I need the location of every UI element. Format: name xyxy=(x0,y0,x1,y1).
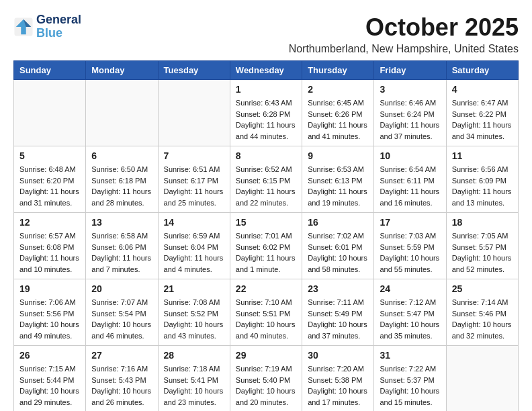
calendar-cell-w5-d2: 28Sunrise: 7:18 AM Sunset: 5:41 PM Dayli… xyxy=(158,346,230,412)
day-number: 29 xyxy=(236,350,296,361)
day-number: 27 xyxy=(91,350,152,361)
day-number: 26 xyxy=(19,350,80,361)
day-info: Sunrise: 7:11 AM Sunset: 5:49 PM Dayligh… xyxy=(308,297,368,341)
day-number: 6 xyxy=(91,150,152,161)
week-row-4: 19Sunrise: 7:06 AM Sunset: 5:56 PM Dayli… xyxy=(14,279,519,346)
day-info: Sunrise: 7:12 AM Sunset: 5:47 PM Dayligh… xyxy=(380,297,440,341)
calendar-cell-w2-d3: 8Sunrise: 6:52 AM Sunset: 6:15 PM Daylig… xyxy=(230,146,302,213)
calendar-cell-w3-d5: 17Sunrise: 7:03 AM Sunset: 5:59 PM Dayli… xyxy=(374,213,446,279)
day-number: 18 xyxy=(452,217,513,228)
header-thursday: Thursday xyxy=(302,61,374,80)
day-number: 11 xyxy=(452,150,513,161)
day-number: 30 xyxy=(308,350,368,361)
calendar-cell-w5-d6 xyxy=(446,346,518,412)
day-number: 25 xyxy=(452,283,513,294)
header-wednesday: Wednesday xyxy=(230,61,302,80)
calendar-cell-w1-d6: 4Sunrise: 6:47 AM Sunset: 6:22 PM Daylig… xyxy=(446,80,518,146)
day-number: 4 xyxy=(452,84,513,95)
day-number: 12 xyxy=(19,217,80,228)
day-info: Sunrise: 6:57 AM Sunset: 6:08 PM Dayligh… xyxy=(19,230,80,275)
header-monday: Monday xyxy=(86,61,158,80)
calendar-cell-w2-d4: 9Sunrise: 6:53 AM Sunset: 6:13 PM Daylig… xyxy=(302,146,374,213)
calendar-cell-w4-d6: 25Sunrise: 7:14 AM Sunset: 5:46 PM Dayli… xyxy=(446,279,518,346)
day-info: Sunrise: 7:03 AM Sunset: 5:59 PM Dayligh… xyxy=(380,230,440,275)
calendar-cell-w1-d1 xyxy=(86,80,158,146)
week-row-2: 5Sunrise: 6:48 AM Sunset: 6:20 PM Daylig… xyxy=(14,146,519,213)
calendar-cell-w4-d5: 24Sunrise: 7:12 AM Sunset: 5:47 PM Dayli… xyxy=(374,279,446,346)
day-info: Sunrise: 6:43 AM Sunset: 6:28 PM Dayligh… xyxy=(236,97,296,142)
day-info: Sunrise: 7:06 AM Sunset: 5:56 PM Dayligh… xyxy=(19,297,80,341)
day-info: Sunrise: 7:18 AM Sunset: 5:41 PM Dayligh… xyxy=(164,363,224,408)
day-info: Sunrise: 6:45 AM Sunset: 6:26 PM Dayligh… xyxy=(308,97,368,142)
day-info: Sunrise: 7:02 AM Sunset: 6:01 PM Dayligh… xyxy=(308,230,368,275)
week-row-3: 12Sunrise: 6:57 AM Sunset: 6:08 PM Dayli… xyxy=(14,213,519,279)
logo: General Blue xyxy=(13,13,81,40)
day-number: 5 xyxy=(19,150,80,161)
calendar-table: Sunday Monday Tuesday Wednesday Thursday… xyxy=(13,60,519,411)
day-number: 22 xyxy=(236,283,296,294)
day-info: Sunrise: 7:14 AM Sunset: 5:46 PM Dayligh… xyxy=(452,297,513,341)
calendar-cell-w1-d5: 3Sunrise: 6:46 AM Sunset: 6:24 PM Daylig… xyxy=(374,80,446,146)
day-info: Sunrise: 6:48 AM Sunset: 6:20 PM Dayligh… xyxy=(19,164,80,208)
day-info: Sunrise: 6:54 AM Sunset: 6:11 PM Dayligh… xyxy=(380,164,440,208)
title-block: October 2025 Northumberland, New Hampshi… xyxy=(289,13,519,55)
day-info: Sunrise: 7:16 AM Sunset: 5:43 PM Dayligh… xyxy=(91,363,152,408)
day-info: Sunrise: 7:20 AM Sunset: 5:38 PM Dayligh… xyxy=(308,363,368,408)
day-number: 7 xyxy=(164,150,224,161)
calendar-cell-w2-d6: 11Sunrise: 6:56 AM Sunset: 6:09 PM Dayli… xyxy=(446,146,518,213)
calendar-cell-w5-d3: 29Sunrise: 7:19 AM Sunset: 5:40 PM Dayli… xyxy=(230,346,302,412)
day-info: Sunrise: 7:07 AM Sunset: 5:54 PM Dayligh… xyxy=(91,297,152,341)
day-info: Sunrise: 7:08 AM Sunset: 5:52 PM Dayligh… xyxy=(164,297,224,341)
calendar-cell-w3-d1: 13Sunrise: 6:58 AM Sunset: 6:06 PM Dayli… xyxy=(86,213,158,279)
calendar-cell-w4-d1: 20Sunrise: 7:07 AM Sunset: 5:54 PM Dayli… xyxy=(86,279,158,346)
day-number: 10 xyxy=(380,150,440,161)
week-row-5: 26Sunrise: 7:15 AM Sunset: 5:44 PM Dayli… xyxy=(14,346,519,412)
day-info: Sunrise: 7:22 AM Sunset: 5:37 PM Dayligh… xyxy=(380,363,440,408)
day-info: Sunrise: 6:47 AM Sunset: 6:22 PM Dayligh… xyxy=(452,97,513,142)
day-number: 8 xyxy=(236,150,296,161)
day-number: 15 xyxy=(236,217,296,228)
day-number: 13 xyxy=(91,217,152,228)
day-number: 28 xyxy=(164,350,224,361)
day-number: 19 xyxy=(19,283,80,294)
calendar-cell-w1-d3: 1Sunrise: 6:43 AM Sunset: 6:28 PM Daylig… xyxy=(230,80,302,146)
day-number: 16 xyxy=(308,217,368,228)
calendar-cell-w5-d1: 27Sunrise: 7:16 AM Sunset: 5:43 PM Dayli… xyxy=(86,346,158,412)
day-number: 3 xyxy=(380,84,440,95)
day-number: 23 xyxy=(308,283,368,294)
day-number: 31 xyxy=(380,350,440,361)
calendar-cell-w4-d0: 19Sunrise: 7:06 AM Sunset: 5:56 PM Dayli… xyxy=(14,279,86,346)
logo-text: General Blue xyxy=(36,13,81,40)
day-number: 14 xyxy=(164,217,224,228)
day-info: Sunrise: 7:10 AM Sunset: 5:51 PM Dayligh… xyxy=(236,297,296,341)
calendar-cell-w5-d0: 26Sunrise: 7:15 AM Sunset: 5:44 PM Dayli… xyxy=(14,346,86,412)
logo-line1: General xyxy=(36,13,81,27)
calendar-cell-w4-d2: 21Sunrise: 7:08 AM Sunset: 5:52 PM Dayli… xyxy=(158,279,230,346)
day-info: Sunrise: 6:56 AM Sunset: 6:09 PM Dayligh… xyxy=(452,164,513,208)
page-header: General Blue October 2025 Northumberland… xyxy=(13,13,519,55)
day-number: 17 xyxy=(380,217,440,228)
header-sunday: Sunday xyxy=(14,61,86,80)
day-info: Sunrise: 6:50 AM Sunset: 6:18 PM Dayligh… xyxy=(91,164,152,208)
day-info: Sunrise: 6:59 AM Sunset: 6:04 PM Dayligh… xyxy=(164,230,224,275)
calendar-cell-w5-d4: 30Sunrise: 7:20 AM Sunset: 5:38 PM Dayli… xyxy=(302,346,374,412)
day-info: Sunrise: 6:58 AM Sunset: 6:06 PM Dayligh… xyxy=(91,230,152,275)
day-info: Sunrise: 7:15 AM Sunset: 5:44 PM Dayligh… xyxy=(19,363,80,408)
location-title: Northumberland, New Hampshire, United St… xyxy=(289,43,519,55)
calendar-cell-w2-d2: 7Sunrise: 6:51 AM Sunset: 6:17 PM Daylig… xyxy=(158,146,230,213)
calendar-cell-w1-d2 xyxy=(158,80,230,146)
header-friday: Friday xyxy=(374,61,446,80)
calendar-cell-w5-d5: 31Sunrise: 7:22 AM Sunset: 5:37 PM Dayli… xyxy=(374,346,446,412)
logo-line2: Blue xyxy=(36,27,81,40)
day-info: Sunrise: 7:19 AM Sunset: 5:40 PM Dayligh… xyxy=(236,363,296,408)
day-info: Sunrise: 7:05 AM Sunset: 5:57 PM Dayligh… xyxy=(452,230,513,275)
calendar-cell-w3-d6: 18Sunrise: 7:05 AM Sunset: 5:57 PM Dayli… xyxy=(446,213,518,279)
day-info: Sunrise: 7:01 AM Sunset: 6:02 PM Dayligh… xyxy=(236,230,296,275)
weekday-header-row: Sunday Monday Tuesday Wednesday Thursday… xyxy=(14,61,519,80)
calendar-cell-w2-d5: 10Sunrise: 6:54 AM Sunset: 6:11 PM Dayli… xyxy=(374,146,446,213)
calendar-cell-w1-d4: 2Sunrise: 6:45 AM Sunset: 6:26 PM Daylig… xyxy=(302,80,374,146)
day-info: Sunrise: 6:52 AM Sunset: 6:15 PM Dayligh… xyxy=(236,164,296,208)
calendar-cell-w2-d1: 6Sunrise: 6:50 AM Sunset: 6:18 PM Daylig… xyxy=(86,146,158,213)
header-saturday: Saturday xyxy=(446,61,518,80)
calendar-cell-w3-d0: 12Sunrise: 6:57 AM Sunset: 6:08 PM Dayli… xyxy=(14,213,86,279)
